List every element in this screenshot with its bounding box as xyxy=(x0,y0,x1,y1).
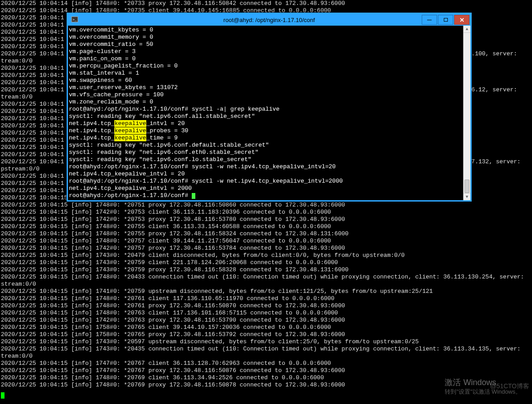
term-line: net.ipv4.tcp_keepalive_intvl = 20 xyxy=(69,120,463,127)
term-line: root@ahyd:/opt/nginx-1.17.10/conf# sysct… xyxy=(69,106,463,113)
bg-log-line: 2020/12/25 10:04:15 [info] 1758#0: *2076… xyxy=(1,324,531,331)
bg-log-line: 2020/12/25 10:04:15 [info] 1758#0: *2076… xyxy=(1,331,531,338)
terminal-output: vm.overcommit_kbytes = 0vm.overcommit_me… xyxy=(69,27,463,199)
bg-log-line: 2020/12/25 10:04:15 [info] 1742#0: *2076… xyxy=(1,317,531,324)
maximize-button[interactable] xyxy=(438,15,453,25)
bg-log-line: 2020/12/25 10:04:15 [info] 1748#0: *2043… xyxy=(1,274,531,281)
bg-log-line: 2020/12/25 10:04:15 [info] 1742#0: *2075… xyxy=(1,209,531,216)
term-line: vm.percpu_pagelist_fraction = 0 xyxy=(69,63,463,70)
bg-log-line: 2020/12/25 10:04:15 [info] 1747#0: *2076… xyxy=(1,360,531,367)
term-line: vm.overcommit_ratio = 50 xyxy=(69,41,463,48)
minimize-icon xyxy=(427,20,432,20)
scroll-track[interactable] xyxy=(464,33,470,193)
window-title: root@ahyd: /opt/nginx-1.17.10/conf xyxy=(81,17,470,23)
term-line: sysctl: reading key "net.ipv6.conf.defau… xyxy=(69,142,463,149)
terminal-body[interactable]: vm.overcommit_kbytes = 0vm.overcommit_me… xyxy=(68,26,470,200)
term-line: vm.vfs_cache_pressure = 100 xyxy=(69,91,463,99)
term-line: vm.zone_reclaim_mode = 0 xyxy=(69,99,463,106)
term-line: vm.overcommit_memory = 0 xyxy=(69,34,463,41)
term-line: sysctl: reading key "net.ipv6.conf.eth0.… xyxy=(69,149,463,156)
bg-log-line: 2020/12/25 10:04:15 [info] 1742#0: *2075… xyxy=(1,245,531,252)
bg-log-line: tream:0/0 xyxy=(1,353,531,360)
term-line: net.ipv4.tcp_keepalive_probes = 30 xyxy=(69,127,463,135)
term-line: net.ipv4.tcp_keepalive_intvl = 20 xyxy=(69,171,463,178)
term-line: vm.page-cluster = 3 xyxy=(69,48,463,55)
grep-highlight: keepalive xyxy=(114,135,146,141)
bg-log-line: 2020/12/25 10:04:15 [info] 1741#0: *2075… xyxy=(1,288,531,295)
term-line: vm.panic_on_oom = 0 xyxy=(69,55,463,63)
blog-watermark: @51CTO博客 xyxy=(490,382,529,391)
terminal-cursor xyxy=(192,193,195,199)
bg-log-line: 2020/12/25 10:04:15 [info] 1747#0: *2076… xyxy=(1,367,531,374)
bg-log-line: 2020/12/25 10:04:14 [info] 1748#0: *2073… xyxy=(1,0,531,7)
grep-highlight: keepalive xyxy=(114,120,146,127)
bg-log-line: 2020/12/25 10:04:15 [info] 1742#0: *2075… xyxy=(1,216,531,223)
term-line: sysctl: reading key "net.ipv6.conf.lo.st… xyxy=(69,156,463,163)
bg-log-line: 2020/12/25 10:04:15 [info] 1748#0: *2076… xyxy=(1,295,531,302)
term-line: root@ahyd:/opt/nginx-1.17.10/conf# xyxy=(69,192,463,199)
grep-highlight: keepalive xyxy=(114,127,146,134)
background-cursor xyxy=(1,392,5,399)
terminal-window: >_ root@ahyd: /opt/nginx-1.17.10/conf ✕ … xyxy=(67,13,472,202)
minimize-button[interactable] xyxy=(422,15,437,25)
term-line: sysctl: reading key "net.ipv6.conf.all.s… xyxy=(69,113,463,120)
bg-log-line: 2020/12/25 10:04:15 [info] 1743#0: *2043… xyxy=(1,346,531,353)
bg-log-line: 2020/12/25 10:04:15 [info] 1748#0: *2075… xyxy=(1,238,531,245)
term-line: vm.swappiness = 60 xyxy=(69,77,463,84)
bg-log-line: 2020/12/25 10:04:15 [info] 1743#0: *2075… xyxy=(1,259,531,266)
term-line: vm.user_reserve_kbytes = 131072 xyxy=(69,84,463,91)
scroll-thumb[interactable] xyxy=(464,180,469,193)
term-line: vm.overcommit_kbytes = 0 xyxy=(69,27,463,34)
close-icon: ✕ xyxy=(460,17,464,23)
bg-log-line: 2020/12/25 10:04:15 [info] 1748#0: *2075… xyxy=(1,202,531,209)
bg-log-line: 2020/12/25 10:04:15 [info] 1748#0: *2075… xyxy=(1,230,531,238)
bg-log-line: 2020/12/25 10:04:15 [info] 1748#0: *2076… xyxy=(1,382,531,389)
bg-log-line: 2020/12/25 10:04:15 [info] 1748#0: *2076… xyxy=(1,310,531,317)
term-line: net.ipv4.tcp_keepalive_intvl = 2000 xyxy=(69,185,463,192)
scrollbar[interactable]: ▲ ▼ xyxy=(463,26,470,200)
term-line: vm.stat_interval = 1 xyxy=(69,70,463,77)
bg-log-line: stream:0/0 xyxy=(1,281,531,288)
term-line: root@ahyd:/opt/nginx-1.17.10/conf# sysct… xyxy=(69,178,463,185)
bg-log-line: 2020/12/25 10:04:15 [info] 1743#0: *2059… xyxy=(1,338,531,346)
titlebar[interactable]: >_ root@ahyd: /opt/nginx-1.17.10/conf ✕ xyxy=(68,14,470,26)
close-button[interactable]: ✕ xyxy=(454,15,469,25)
bg-log-line: 2020/12/25 10:04:15 [info] 1748#0: *2076… xyxy=(1,374,531,382)
bg-log-line: 2020/12/25 10:04:15 [info] 1743#0: *2047… xyxy=(1,252,531,259)
svg-text:>_: >_ xyxy=(72,18,77,22)
bg-log-line: 2020/12/25 10:04:15 [info] 1743#0: *2075… xyxy=(1,266,531,274)
maximize-icon xyxy=(444,18,448,22)
scroll-up-button[interactable]: ▲ xyxy=(464,26,470,33)
window-control-buttons: ✕ xyxy=(422,14,470,26)
term-line: net.ipv4.tcp_keepalive_time = 9 xyxy=(69,135,463,142)
scroll-down-button[interactable]: ▼ xyxy=(464,193,470,200)
terminal-icon: >_ xyxy=(71,16,79,24)
bg-log-line: 2020/12/25 10:04:15 [info] 1748#0: *2076… xyxy=(1,302,531,310)
bg-log-line: 2020/12/25 10:04:15 [info] 1748#0: *2075… xyxy=(1,223,531,230)
term-line: root@ahyd:/opt/nginx-1.17.10/conf# sysct… xyxy=(69,163,463,171)
